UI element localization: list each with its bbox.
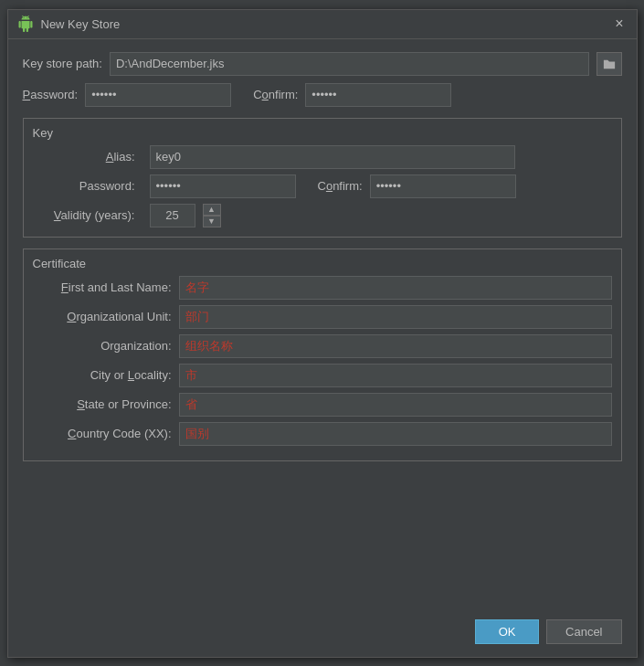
city-input[interactable]: [179, 364, 612, 387]
state-label: State or Province:: [33, 397, 179, 411]
validity-spinner: ▲ ▼: [203, 204, 221, 227]
key-password-input[interactable]: [150, 174, 296, 198]
certificate-group-label: Certificate: [33, 257, 612, 270]
alias-row: Alias:: [33, 145, 612, 169]
main-confirm-input[interactable]: [305, 83, 451, 107]
first-last-row: First and Last Name:: [33, 276, 612, 300]
alias-label: Alias:: [33, 150, 143, 164]
new-key-store-dialog: New Key Store × Key store path: Password…: [7, 9, 638, 658]
android-icon: [17, 16, 34, 32]
dialog-title: New Key Store: [41, 17, 121, 31]
browse-button[interactable]: [596, 52, 622, 76]
key-confirm-label: Confirm:: [318, 179, 363, 193]
first-last-label: First and Last Name:: [33, 280, 179, 294]
folder-icon: [603, 58, 616, 70]
certificate-group: Certificate First and Last Name: Organiz…: [23, 248, 622, 461]
org-unit-input[interactable]: [179, 305, 612, 329]
key-group: Key Alias: Password: Confirm: Validity (…: [23, 118, 622, 238]
org-unit-label: Organizational Unit:: [33, 310, 179, 323]
alias-input[interactable]: [150, 145, 515, 169]
main-password-row: Password: Confirm:: [23, 83, 622, 107]
key-password-label: Password:: [33, 179, 143, 193]
country-label: Country Code (XX):: [33, 427, 179, 440]
country-row: Country Code (XX):: [33, 422, 612, 446]
validity-label: Validity (years):: [33, 208, 143, 222]
state-row: State or Province:: [33, 393, 612, 417]
keystore-path-row: Key store path:: [23, 52, 622, 76]
city-row: City or Locality:: [33, 364, 612, 387]
keystore-path-label: Key store path:: [23, 57, 102, 70]
org-row: Organization:: [33, 334, 612, 358]
org-input[interactable]: [179, 334, 612, 358]
org-label: Organization:: [33, 339, 179, 353]
title-left: New Key Store: [17, 16, 121, 32]
validity-up-button[interactable]: ▲: [203, 204, 221, 216]
validity-row: Validity (years): ▲ ▼: [33, 204, 612, 227]
city-label: City or Locality:: [33, 368, 179, 382]
org-unit-row: Organizational Unit:: [33, 305, 612, 329]
country-input[interactable]: [179, 422, 612, 446]
state-input[interactable]: [179, 393, 612, 417]
key-confirm-input[interactable]: [370, 174, 516, 198]
validity-down-button[interactable]: ▼: [203, 216, 221, 227]
main-password-input[interactable]: [85, 83, 231, 107]
close-button[interactable]: ×: [611, 15, 627, 33]
key-group-label: Key: [33, 126, 612, 140]
main-confirm-label: Confirm:: [253, 88, 298, 101]
dialog-body: Key store path: Password: Confirm: Key A…: [8, 39, 637, 610]
ok-button[interactable]: OK: [475, 619, 539, 644]
key-password-row: Password: Confirm:: [33, 174, 612, 198]
first-last-input[interactable]: [179, 276, 612, 300]
main-password-label: Password:: [23, 88, 79, 101]
dialog-footer: OK Cancel: [8, 610, 637, 657]
validity-input[interactable]: [150, 204, 195, 227]
keystore-path-input[interactable]: [110, 52, 589, 76]
cancel-button[interactable]: Cancel: [546, 619, 621, 644]
title-bar: New Key Store ×: [8, 10, 637, 39]
